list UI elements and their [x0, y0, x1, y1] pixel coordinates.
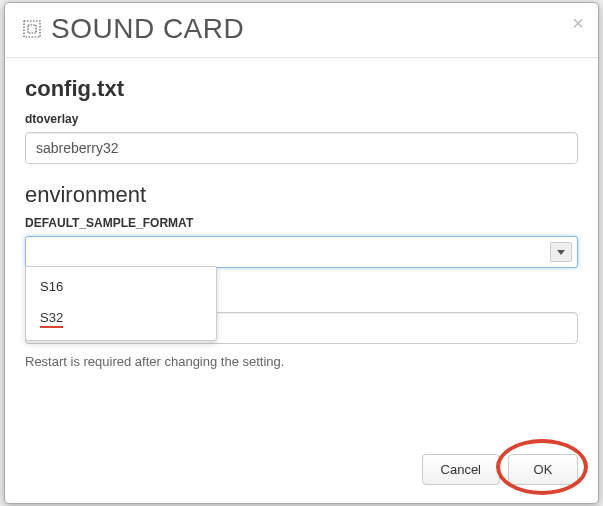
- sample-format-dropdown: S16 S32: [25, 266, 217, 341]
- restart-hint: Restart is required after changing the s…: [25, 354, 578, 369]
- dtoverlay-input[interactable]: [25, 132, 578, 164]
- environment-section-title: environment: [25, 182, 578, 208]
- close-button[interactable]: ×: [572, 13, 584, 33]
- default-sample-format-select[interactable]: [25, 236, 578, 268]
- default-sample-format-label: DEFAULT_SAMPLE_FORMAT: [25, 216, 578, 230]
- dropdown-option-s32[interactable]: S32: [26, 302, 216, 336]
- sound-card-modal: SOUND CARD × config.txt dtoverlay enviro…: [4, 2, 599, 504]
- cancel-button[interactable]: Cancel: [422, 454, 500, 485]
- sound-card-icon: [23, 20, 41, 38]
- dropdown-option-s16[interactable]: S16: [26, 271, 216, 302]
- svg-rect-0: [28, 25, 36, 33]
- svg-rect-1: [24, 21, 40, 37]
- config-section-title: config.txt: [25, 76, 578, 102]
- modal-title: SOUND CARD: [51, 13, 244, 45]
- ok-button[interactable]: OK: [508, 454, 578, 485]
- modal-body: config.txt dtoverlay environment DEFAULT…: [5, 58, 598, 442]
- modal-header: SOUND CARD ×: [5, 3, 598, 58]
- chevron-down-icon[interactable]: [550, 242, 572, 262]
- dtoverlay-label: dtoverlay: [25, 112, 578, 126]
- modal-footer: Cancel OK: [5, 442, 598, 503]
